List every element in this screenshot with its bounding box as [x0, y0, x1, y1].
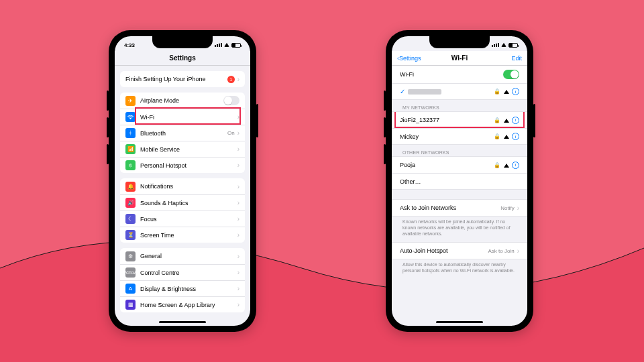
chevron-right-icon: ›	[517, 204, 519, 212]
row-network-pooja[interactable]: Pooja 🔒 i	[392, 157, 527, 173]
screen-settings: 4:33 Settings Finish Setting Up Your iPh…	[115, 36, 250, 326]
signal-icon	[503, 118, 509, 123]
row-display[interactable]: A Display & Brightness ›	[120, 280, 245, 296]
section-header-other-networks: OTHER NETWORKS	[392, 145, 527, 156]
speaker-icon: 🔊	[125, 198, 136, 208]
settings-content[interactable]: Finish Setting Up Your iPhone 1 › ✈ Airp…	[115, 66, 250, 326]
wifi-content[interactable]: Wi-Fi ✓ 🔒 i MY NETWORKS JioFi2	[392, 66, 527, 326]
row-personal-hotspot[interactable]: ⎋ Personal Hotspot ›	[120, 157, 245, 173]
page-title: Wi-Fi	[451, 54, 468, 62]
row-label: Personal Hotspot	[140, 162, 237, 169]
hourglass-icon: ⏳	[125, 230, 136, 240]
row-network-other[interactable]: Other…	[392, 173, 527, 189]
sun-icon: A	[125, 284, 136, 294]
section-header-my-networks: MY NETWORKS	[392, 100, 527, 111]
row-label: Sounds & Haptics	[140, 200, 237, 206]
wifi-icon	[501, 43, 506, 47]
airplane-icon: ✈	[125, 96, 136, 106]
connected-network-name	[408, 89, 441, 95]
row-label: Wi-Fi	[400, 71, 503, 78]
edit-button[interactable]: Edit	[511, 55, 522, 62]
info-icon[interactable]: i	[512, 133, 519, 140]
phone-frame-right: ‹ Settings Wi-Fi Edit Wi-Fi ✓ 🔒 i	[386, 30, 533, 332]
grid-icon: ▦	[125, 300, 136, 310]
notch	[429, 36, 490, 48]
phone-frame-left: 4:33 Settings Finish Setting Up Your iPh…	[109, 30, 256, 332]
row-label: Focus	[140, 216, 237, 223]
notch	[152, 36, 213, 48]
row-detail: On	[227, 130, 235, 136]
network-name: Mickey	[400, 133, 494, 140]
row-focus[interactable]: ☾ Focus ›	[120, 210, 245, 227]
badge-icon: 1	[227, 76, 235, 83]
chevron-right-icon: ›	[237, 162, 239, 169]
row-sounds[interactable]: 🔊 Sounds & Haptics ›	[120, 194, 245, 210]
row-general[interactable]: ⚙ General ›	[120, 248, 245, 264]
chevron-right-icon: ›	[237, 231, 239, 239]
group-notifications: 🔔 Notifications › 🔊 Sounds & Haptics › ☾…	[120, 178, 245, 243]
row-connected-network[interactable]: ✓ 🔒 i	[392, 83, 527, 99]
gear-icon: ⚙	[125, 251, 136, 261]
group-my-networks: JioFi2_132377 🔒 i Mickey 🔒 i	[392, 111, 527, 145]
row-wifi-toggle[interactable]: Wi-Fi	[392, 66, 527, 83]
antenna-icon: 📶	[125, 144, 136, 154]
lock-icon: 🔒	[494, 88, 500, 95]
chevron-right-icon: ›	[517, 247, 519, 255]
row-label: Control Centre	[140, 269, 237, 276]
row-label: Mobile Service	[140, 146, 237, 153]
bluetooth-icon: ᚼ	[125, 128, 136, 138]
row-label: Bluetooth	[140, 130, 227, 137]
chevron-right-icon: ›	[237, 113, 239, 121]
lock-icon: 🔒	[494, 133, 500, 139]
airplane-switch[interactable]	[223, 96, 239, 105]
nav-bar: ‹ Settings Wi-Fi Edit	[392, 51, 527, 66]
chevron-right-icon: ›	[237, 76, 239, 83]
home-indicator	[436, 321, 483, 323]
row-label: Notifications	[140, 183, 237, 190]
battery-icon	[508, 43, 518, 48]
wifi-switch[interactable]	[503, 70, 519, 79]
row-notifications[interactable]: 🔔 Notifications ›	[120, 178, 245, 194]
row-auto-join-hotspot[interactable]: Auto-Join Hotspot Ask to Join›	[392, 243, 527, 259]
info-icon[interactable]: i	[512, 117, 519, 124]
row-wifi[interactable]: Wi-Fi ›	[120, 109, 245, 125]
row-airplane-mode[interactable]: ✈ Airplane Mode	[120, 93, 245, 109]
row-label: Wi-Fi	[140, 114, 237, 121]
sliders-icon: �столи	[125, 267, 136, 278]
chevron-right-icon: ›	[237, 183, 239, 190]
checkmark-icon: ✓	[400, 88, 405, 95]
row-finish-setup[interactable]: Finish Setting Up Your iPhone 1 ›	[120, 71, 245, 87]
cellular-icon	[492, 43, 499, 47]
row-bluetooth[interactable]: ᚼ Bluetooth On›	[120, 125, 245, 141]
wifi-icon	[224, 43, 229, 47]
row-detail: Notify	[500, 205, 514, 211]
signal-icon	[503, 163, 509, 168]
row-label: Home Screen & App Library	[140, 302, 237, 308]
nav-bar: Settings	[115, 51, 250, 66]
group-auto-hotspot: Auto-Join Hotspot Ask to Join›	[392, 242, 527, 259]
lock-icon: 🔒	[494, 117, 500, 123]
row-detail: Ask to Join	[488, 248, 515, 254]
status-time: 4:33	[124, 42, 135, 48]
row-network-mickey[interactable]: Mickey 🔒 i	[392, 128, 527, 144]
lock-icon: 🔒	[494, 162, 500, 168]
row-label: Display & Brightness	[140, 286, 237, 292]
row-control-centre[interactable]: �столи Control Centre ›	[120, 264, 245, 280]
row-label: Ask to Join Networks	[400, 204, 500, 211]
row-home-screen[interactable]: ▦ Home Screen & App Library ›	[120, 296, 245, 312]
row-screen-time[interactable]: ⏳ Screen Time ›	[120, 227, 245, 243]
row-mobile-service[interactable]: 📶 Mobile Service ›	[120, 141, 245, 157]
network-name: Other…	[400, 178, 519, 185]
chevron-right-icon: ›	[237, 129, 239, 137]
chevron-right-icon: ›	[237, 285, 239, 292]
info-icon[interactable]: i	[512, 88, 519, 95]
row-network-jiofi[interactable]: JioFi2_132377 🔒 i	[392, 112, 527, 128]
row-label: Airplane Mode	[140, 97, 223, 104]
row-ask-to-join[interactable]: Ask to Join Networks Notify›	[392, 200, 527, 216]
signal-icon	[503, 134, 509, 139]
screen-wifi: ‹ Settings Wi-Fi Edit Wi-Fi ✓ 🔒 i	[392, 36, 527, 326]
info-icon[interactable]: i	[512, 162, 519, 169]
chevron-right-icon: ›	[237, 145, 239, 153]
auto-hotspot-footer: Allow this device to automatically disco…	[392, 259, 527, 280]
back-button[interactable]: ‹ Settings	[397, 55, 421, 62]
